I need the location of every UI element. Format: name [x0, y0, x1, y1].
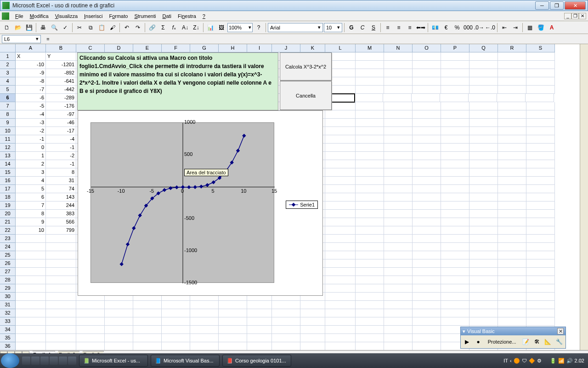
cell[interactable]	[356, 119, 384, 127]
cell[interactable]	[498, 243, 526, 251]
cell[interactable]	[526, 69, 555, 77]
cell[interactable]	[325, 201, 356, 210]
cell[interactable]	[469, 317, 498, 326]
thousands-icon[interactable]: 000	[463, 23, 473, 33]
vb-design-icon[interactable]: 📐	[543, 337, 553, 347]
cell[interactable]	[384, 235, 413, 243]
cell[interactable]	[441, 135, 469, 144]
cell[interactable]	[413, 259, 441, 268]
function-icon[interactable]: fₓ	[169, 23, 179, 33]
cell[interactable]	[440, 94, 469, 102]
menu-formato[interactable]: Formato	[106, 12, 131, 20]
taskbar-item[interactable]: 📕Corso geologia 0101...	[222, 355, 291, 367]
cell[interactable]: X	[16, 52, 46, 61]
cell[interactable]	[526, 160, 555, 168]
borders-icon[interactable]: ▦	[525, 23, 535, 33]
row-header[interactable]: 32	[0, 309, 16, 317]
cell[interactable]	[356, 210, 384, 218]
cell[interactable]	[413, 119, 441, 127]
row-header[interactable]: 20	[0, 210, 16, 218]
cell[interactable]	[325, 135, 356, 144]
plot-area[interactable]: Area del tracciato	[90, 122, 274, 283]
cell[interactable]	[469, 259, 498, 268]
cell[interactable]: -10	[16, 61, 46, 69]
cell[interactable]	[300, 334, 325, 342]
row-header[interactable]: 23	[0, 235, 16, 243]
cell[interactable]	[356, 243, 384, 251]
cell[interactable]	[356, 135, 384, 144]
cell[interactable]	[16, 334, 46, 342]
cell[interactable]: -1201	[46, 61, 76, 69]
vb-toolbar[interactable]: ▾Visual Basic✕ ▶ ● Protezione... 📝 🛠 📐 🔧	[460, 327, 566, 349]
cell[interactable]	[356, 144, 384, 152]
col-header[interactable]: H	[219, 44, 247, 52]
cell[interactable]	[413, 226, 441, 235]
cell[interactable]	[441, 235, 469, 243]
ql-icon[interactable]	[59, 356, 67, 365]
mdi-minimize[interactable]: _	[564, 13, 571, 19]
cell[interactable]	[526, 185, 555, 193]
cell[interactable]	[498, 259, 526, 268]
save-icon[interactable]: 💾	[24, 23, 34, 33]
cell[interactable]	[413, 243, 441, 251]
col-header[interactable]: B	[46, 44, 76, 52]
cell[interactable]	[413, 317, 441, 326]
cell[interactable]	[413, 110, 441, 119]
row-header[interactable]: 12	[0, 144, 16, 152]
menu-strumenti[interactable]: Strumenti	[131, 12, 159, 20]
row-header[interactable]: 25	[0, 251, 16, 259]
cell[interactable]	[356, 309, 384, 317]
cell[interactable]	[498, 301, 526, 309]
cell[interactable]	[441, 69, 469, 77]
col-header[interactable]: I	[247, 44, 272, 52]
cell[interactable]	[190, 342, 219, 350]
cell[interactable]	[76, 317, 105, 326]
cell[interactable]	[76, 334, 105, 342]
ql-icon[interactable]	[31, 356, 40, 365]
cell[interactable]	[384, 226, 413, 235]
cell[interactable]: -17	[46, 127, 76, 135]
cell[interactable]	[356, 152, 384, 160]
cell[interactable]	[272, 317, 300, 326]
ql-icon[interactable]	[68, 356, 76, 365]
cell[interactable]	[356, 127, 384, 135]
cell[interactable]	[526, 235, 555, 243]
cell[interactable]	[247, 301, 272, 309]
cell[interactable]	[356, 251, 384, 259]
row-header[interactable]: 21	[0, 218, 16, 226]
cell[interactable]: -176	[46, 102, 76, 110]
cell[interactable]	[413, 309, 441, 317]
cell[interactable]	[469, 135, 498, 144]
row-header[interactable]: 26	[0, 259, 16, 268]
cell[interactable]	[526, 135, 555, 144]
menu-file[interactable]: File	[12, 12, 27, 20]
col-header[interactable]: D	[105, 44, 133, 52]
cell[interactable]	[441, 152, 469, 160]
zoom-select[interactable]: 100%▾	[227, 23, 253, 32]
cell[interactable]	[325, 235, 356, 243]
cell[interactable]	[300, 342, 325, 350]
cell[interactable]	[384, 210, 413, 218]
calc-button[interactable]: Calcola X^3-2*x^2	[280, 52, 332, 80]
cell[interactable]	[356, 52, 384, 61]
cell[interactable]	[325, 342, 356, 350]
row-header[interactable]: 9	[0, 119, 16, 127]
cell[interactable]	[384, 276, 413, 284]
cell[interactable]	[76, 342, 105, 350]
cell[interactable]	[526, 301, 555, 309]
cell[interactable]	[325, 177, 356, 185]
cell[interactable]	[356, 342, 384, 350]
cell[interactable]	[384, 61, 413, 69]
cell[interactable]	[498, 201, 526, 210]
cell[interactable]: 74	[46, 185, 76, 193]
cell[interactable]	[356, 61, 384, 69]
cell[interactable]	[526, 251, 555, 259]
cell[interactable]	[469, 110, 498, 119]
cell[interactable]: -892	[46, 69, 76, 77]
row-header[interactable]: 16	[0, 177, 16, 185]
cell[interactable]	[498, 127, 526, 135]
cell[interactable]	[16, 317, 46, 326]
taskbar-item[interactable]: 📗Microsoft Excel - us...	[79, 355, 148, 367]
cell[interactable]	[325, 276, 356, 284]
cell[interactable]: -46	[46, 119, 76, 127]
